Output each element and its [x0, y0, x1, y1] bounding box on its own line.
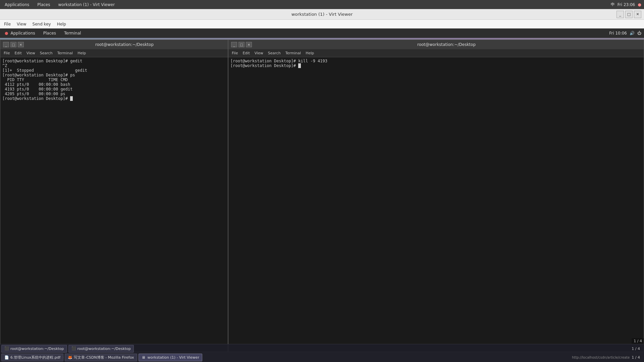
guest-applications-menu[interactable]: ● Applications	[3, 30, 37, 36]
host-task-terminal-2[interactable]: ⬛ root@workstation:~/Desktop	[68, 345, 134, 353]
guest-terminal-menu[interactable]: Terminal	[62, 30, 83, 36]
terminal-right-controls: _ □ ✕	[231, 42, 252, 47]
terminal-right-minimize[interactable]: _	[231, 42, 237, 47]
virt-viewer-window: workstation (1) - Virt Viewer _ □ ✕ File…	[0, 9, 644, 362]
page-counter-top: 1 / 4	[632, 338, 644, 344]
host-task-virt[interactable]: 🖥 workstation (1) - Virt Viewer	[139, 354, 203, 361]
host-task-label-1: root@workstation:~/Desktop	[10, 347, 64, 351]
host-taskbar-bottom-row: 📄 6.管理Linux系统中的进程.pdf 🦊 写文章-CSDN博客 - Moz…	[0, 353, 644, 362]
term-right-menu-help[interactable]: Help	[304, 51, 316, 56]
page-counter-bottom: 1 / 4	[632, 355, 640, 360]
term-left-menu-search[interactable]: Search	[38, 51, 55, 56]
host-task-firefox[interactable]: 🦊 写文章-CSDN博客 - Mozilla Firefox	[65, 354, 137, 361]
host-network-icon: 申	[611, 2, 615, 7]
terminal-left-menubar: File Edit View Search Terminal Help	[0, 49, 228, 57]
virt-icon: 🖥	[142, 355, 146, 360]
host-task-label-2: root@workstation:~/Desktop	[77, 347, 131, 351]
guest-time: Fri 10:06	[609, 31, 627, 36]
terminal-right-body[interactable]: [root@workstation Desktop]# kill -9 4193…	[228, 57, 644, 352]
terminal-left-title: root@workstation:~/Desktop	[24, 42, 225, 47]
host-task-pdf[interactable]: 📄 6.管理Linux系统中的进程.pdf	[1, 354, 63, 361]
terminal-left-minimize[interactable]: _	[3, 42, 9, 47]
terminal-icon-1: ⬛	[4, 346, 9, 351]
virt-close-button[interactable]: ✕	[634, 11, 641, 18]
page-counter-taskbar: 1 / 4	[632, 347, 640, 351]
virt-menu-sendkey[interactable]: Send key	[30, 21, 54, 27]
guest-terminal-label: Terminal	[64, 31, 81, 36]
virt-title: workstation (1) - Virt Viewer	[291, 12, 353, 17]
terminal-left-maximize[interactable]: □	[10, 42, 16, 47]
term-right-menu-terminal[interactable]: Terminal	[283, 51, 303, 56]
virt-win-controls: _ □ ✕	[616, 11, 641, 18]
guest-power-icon: ⏻	[637, 31, 641, 36]
host-taskbar-top-right: 1 / 4	[632, 347, 643, 351]
terminal-right: _ □ ✕ root@workstation:~/Desktop File Ed…	[228, 40, 644, 352]
virt-titlebar: workstation (1) - Virt Viewer _ □ ✕	[0, 9, 644, 20]
virt-menu-view[interactable]: View	[14, 21, 29, 27]
host-taskbar-top-row: ⬛ root@workstation:~/Desktop ⬛ root@work…	[0, 344, 644, 353]
term-left-menu-view[interactable]: View	[24, 51, 37, 56]
guest-speaker-icon: 🔊	[630, 31, 635, 36]
host-window-title: workstation (1) - Virt Viewer	[58, 2, 115, 7]
terminal-right-titlebar: _ □ ✕ root@workstation:~/Desktop	[228, 40, 644, 49]
term-left-menu-file[interactable]: File	[2, 51, 12, 56]
guest-applications-label: Applications	[10, 31, 35, 36]
host-topbar-left: Applications Places workstation (1) - Vi…	[3, 2, 607, 8]
guest-places-menu[interactable]: Places	[41, 30, 58, 36]
terminal-left-controls: _ □ ✕	[3, 42, 24, 47]
term-right-menu-edit[interactable]: Edit	[240, 51, 252, 56]
guest-area: ● Applications Places Terminal Fri 10:06…	[0, 28, 644, 362]
guest-places-label: Places	[43, 31, 56, 36]
host-applications-label: Applications	[5, 2, 29, 7]
host-topbar-right: 申 Fri 23:06 ●	[611, 2, 641, 7]
host-time: Fri 23:06	[618, 2, 635, 7]
guest-topbar: ● Applications Places Terminal Fri 10:06…	[0, 28, 644, 38]
terminal-left: _ □ ✕ root@workstation:~/Desktop File Ed…	[0, 40, 228, 352]
firefox-icon: 🦊	[68, 355, 72, 360]
host-task-virt-label: workstation (1) - Virt Viewer	[148, 355, 200, 360]
virt-maximize-button[interactable]: □	[625, 11, 633, 18]
virt-minimize-button[interactable]: _	[616, 11, 624, 18]
virt-menu-help[interactable]: Help	[54, 21, 69, 27]
host-task-pdf-label: 6.管理Linux系统中的进程.pdf	[10, 355, 60, 360]
terminal-left-body[interactable]: [root@workstation Desktop]# gedit ^Z [1]…	[0, 57, 228, 352]
host-places-menu[interactable]: Places	[35, 2, 52, 8]
guest-desktop: 🏠 root 🗑 Trash 西 部 开 源 _ □	[0, 38, 644, 362]
host-taskbar: ⬛ root@workstation:~/Desktop ⬛ root@work…	[0, 344, 644, 362]
host-applications-menu[interactable]: Applications	[3, 2, 31, 8]
host-task-firefox-label: 写文章-CSDN博客 - Mozilla Firefox	[74, 355, 134, 360]
guest-topbar-right: Fri 10:06 🔊 ⏻	[609, 31, 641, 36]
term-left-menu-terminal[interactable]: Terminal	[55, 51, 75, 56]
host-topbar: Applications Places workstation (1) - Vi…	[0, 0, 644, 9]
terminal-left-titlebar: _ □ ✕ root@workstation:~/Desktop	[0, 40, 228, 49]
term-right-menu-search[interactable]: Search	[266, 51, 283, 56]
term-right-menu-file[interactable]: File	[230, 51, 240, 56]
terminal-container: _ □ ✕ root@workstation:~/Desktop File Ed…	[0, 38, 644, 362]
terminal-right-title: root@workstation:~/Desktop	[252, 42, 641, 47]
virt-menubar: File View Send key Help	[0, 20, 644, 28]
host-window-title-btn[interactable]: workstation (1) - Virt Viewer	[56, 2, 117, 8]
terminal-icon-2: ⬛	[71, 346, 76, 351]
host-taskbar-bottom-right: http://localhost/csdn/article/create 1 /…	[572, 355, 643, 360]
term-right-menu-view[interactable]: View	[253, 51, 265, 56]
host-task-terminal-1[interactable]: ⬛ root@workstation:~/Desktop	[1, 345, 67, 353]
term-left-menu-help[interactable]: Help	[75, 51, 88, 56]
host-places-label: Places	[37, 2, 50, 7]
terminal-left-close[interactable]: ✕	[18, 42, 24, 47]
virt-menu-file[interactable]: File	[1, 21, 13, 27]
host-indicator: ●	[638, 2, 641, 7]
pdf-icon: 📄	[4, 355, 9, 360]
terminal-right-menubar: File Edit View Search Terminal Help	[228, 49, 644, 57]
terminal-right-maximize[interactable]: □	[238, 42, 245, 47]
url-display: http://localhost/csdn/article/create	[572, 356, 630, 359]
terminal-right-close[interactable]: ✕	[246, 42, 252, 47]
term-left-menu-edit[interactable]: Edit	[12, 51, 23, 56]
